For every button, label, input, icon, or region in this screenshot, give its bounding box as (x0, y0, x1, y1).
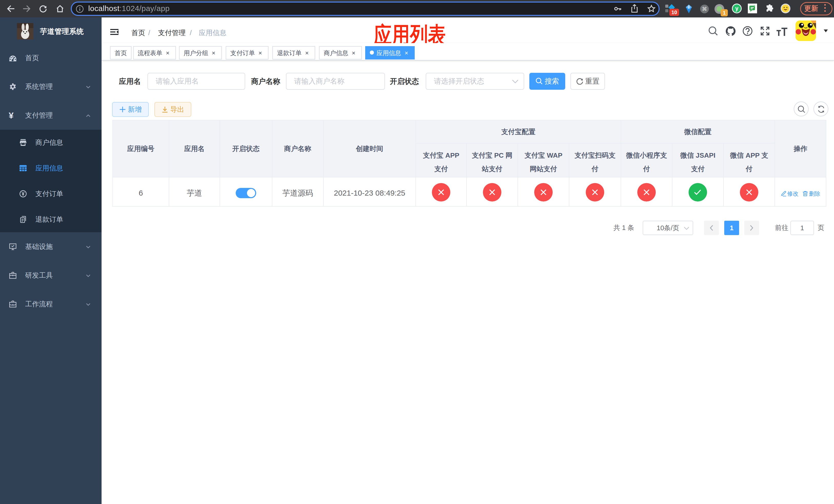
svg-text:⌘: ⌘ (702, 6, 707, 12)
svg-text:y: y (735, 5, 739, 12)
